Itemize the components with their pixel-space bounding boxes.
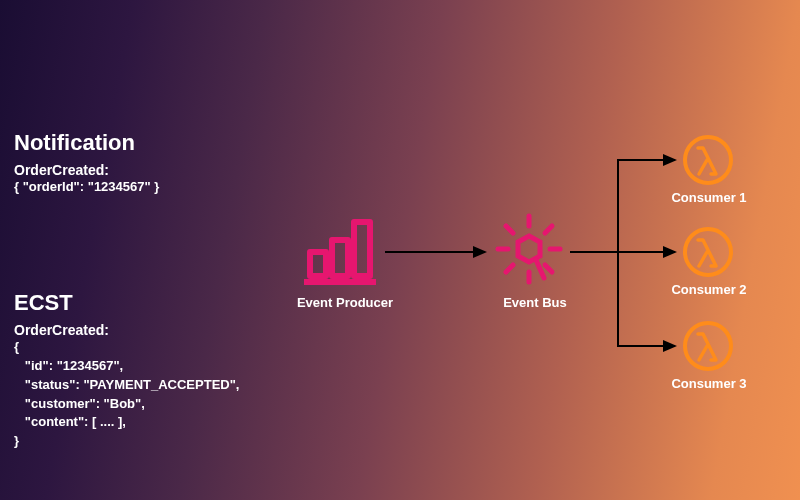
notification-block: Notification OrderCreated: { "orderId": … [14, 130, 159, 197]
svg-line-9 [506, 226, 513, 233]
svg-rect-1 [332, 240, 348, 276]
lambda-icon [682, 320, 734, 372]
lambda-icon [682, 134, 734, 186]
ecst-payload: { "id": "1234567", "status": "PAYMENT_AC… [14, 338, 239, 451]
event-bus-label: Event Bus [490, 295, 580, 310]
svg-rect-0 [310, 252, 326, 276]
event-producer-node [300, 210, 380, 290]
lambda-icon [682, 226, 734, 278]
consumer-2-node [682, 226, 734, 278]
arrow-bus-to-consumer3 [570, 252, 675, 346]
consumer-1-label: Consumer 1 [668, 190, 750, 205]
notification-payload: { "orderId": "1234567" } [14, 178, 159, 197]
event-producer-label: Event Producer [290, 295, 400, 310]
burst-icon [490, 212, 568, 290]
notification-event-label: OrderCreated: [14, 162, 159, 178]
ecst-block: ECST OrderCreated: { "id": "1234567", "s… [14, 290, 239, 451]
arrow-bus-to-consumer1 [570, 160, 675, 252]
consumer-3-label: Consumer 3 [668, 376, 750, 391]
consumer-3-node [682, 320, 734, 372]
event-bus-node [490, 212, 568, 290]
ecst-event-label: OrderCreated: [14, 322, 239, 338]
svg-line-12 [545, 265, 552, 272]
svg-line-11 [506, 265, 513, 272]
svg-rect-2 [354, 222, 370, 276]
notification-heading: Notification [14, 130, 159, 156]
bar-chart-icon [300, 210, 380, 290]
svg-line-10 [545, 226, 552, 233]
consumer-1-node [682, 134, 734, 186]
consumer-2-label: Consumer 2 [668, 282, 750, 297]
ecst-heading: ECST [14, 290, 239, 316]
svg-line-13 [536, 260, 544, 278]
